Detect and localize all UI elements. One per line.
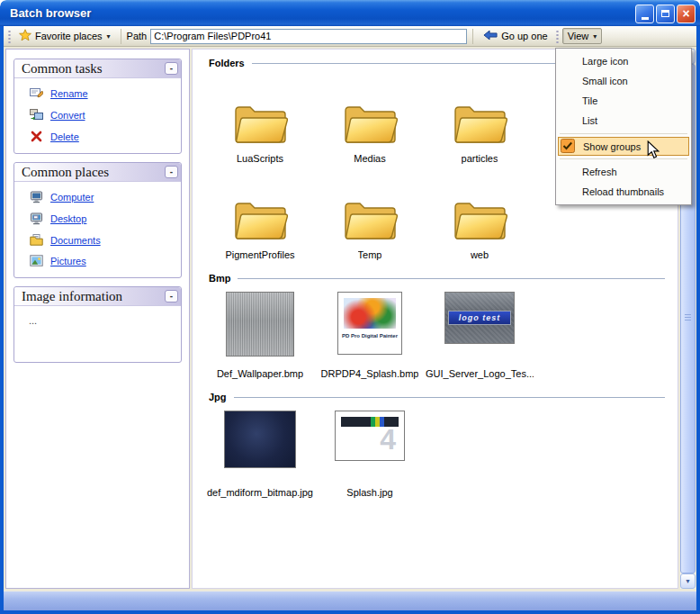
section-header: Image information- — [14, 287, 181, 306]
group-title: Folders — [209, 58, 245, 68]
folder-item-particles[interactable]: particles — [425, 77, 534, 164]
sidebar-item-label[interactable]: Documents — [50, 235, 101, 246]
window-title: Batch browser — [10, 6, 91, 20]
menu-item-label: Small icon — [582, 76, 628, 86]
menu-item-show-groups[interactable]: Show groups — [558, 137, 689, 156]
group-divider — [234, 397, 665, 398]
item-label: particles — [462, 153, 498, 164]
section-title: Common tasks — [22, 61, 103, 77]
path-input[interactable] — [150, 29, 467, 44]
minimize-button[interactable] — [635, 5, 654, 23]
thumbnail-text: PD Pro Digital Painter — [342, 333, 398, 339]
rename-icon — [29, 87, 43, 100]
toolbar: Favorite places ▾ Path Go up one View ▾ — [4, 26, 696, 47]
sidebar-item-label[interactable]: Rename — [50, 88, 88, 99]
view-button[interactable]: View ▾ — [562, 28, 603, 44]
toolbar-grip[interactable] — [8, 30, 11, 43]
sidebar-item-label[interactable]: Computer — [50, 192, 94, 203]
sidebar-item-computer[interactable]: Computer — [18, 191, 177, 203]
pictures-icon — [29, 255, 43, 266]
thumbnail: 4 — [335, 411, 405, 461]
file-item-def-mdiform-bitmap-jpg[interactable]: def_mdiform_bitmap.jpg — [205, 411, 315, 498]
file-item-gui-server-logo-tes[interactable]: logo testGUI_Server_Logo_Tes... — [425, 292, 534, 379]
go-up-one-button[interactable]: Go up one — [479, 28, 552, 44]
thumbnail-wrap — [205, 411, 315, 479]
sidebar-item-documents[interactable]: Documents — [18, 234, 177, 246]
convert-icon — [29, 109, 43, 122]
file-item-drpdp4-splash-bmp[interactable]: PD Pro Digital PainterDRPDP4_Splash.bmp — [315, 292, 425, 379]
view-label: View — [568, 31, 589, 41]
favorite-places-button[interactable]: Favorite places ▾ — [14, 27, 115, 45]
folder-item-medias[interactable]: Medias — [315, 77, 425, 164]
menu-separator — [560, 158, 687, 159]
left-arrow-icon — [483, 30, 498, 42]
collapse-button[interactable]: - — [165, 290, 178, 302]
group-header: Bmp — [209, 273, 665, 284]
section-header: Common tasks- — [14, 59, 181, 78]
group-jpg: Jpgdef_mdiform_bitmap.jpg4Splash.jpg — [205, 392, 670, 498]
item-label: DRPDP4_Splash.bmp — [321, 368, 419, 379]
thumbnail-wrap: logo test — [425, 292, 534, 360]
minimize-icon — [642, 17, 649, 20]
sidebar-item-label[interactable]: Pictures — [50, 256, 86, 266]
item-label: LuaScripts — [237, 153, 283, 164]
maximize-button[interactable] — [656, 5, 675, 23]
thumbnail — [226, 292, 294, 357]
file-item-def-wallpaper-bmp[interactable]: Def_Wallpaper.bmp — [205, 292, 315, 379]
sidebar-item-label[interactable]: Convert — [50, 110, 85, 121]
menu-item-list[interactable]: List — [557, 111, 690, 131]
splash-artwork — [344, 298, 396, 329]
item-label: Def_Wallpaper.bmp — [217, 368, 303, 379]
group-bmp: BmpDef_Wallpaper.bmpPD Pro Digital Paint… — [205, 273, 670, 379]
menu-item-small-icon[interactable]: Small icon — [557, 71, 690, 91]
titlebar[interactable]: Batch browser × — [0, 0, 700, 26]
thumbnail-text: 4 — [380, 423, 396, 456]
path-label: Path — [127, 31, 148, 41]
sidebar-item-desktop[interactable]: Desktop — [18, 212, 177, 225]
folder-icon — [315, 77, 425, 145]
collapse-button[interactable]: - — [165, 62, 178, 75]
scroll-down-button[interactable]: ▼ — [680, 573, 696, 589]
documents-icon — [29, 234, 43, 246]
sidebar-item-pictures[interactable]: Pictures — [18, 255, 177, 266]
sidebar-item-delete[interactable]: Delete — [18, 131, 177, 142]
folder-item-pigmentprofiles[interactable]: PigmentProfiles — [205, 173, 315, 260]
menu-item-label: Reload thumbnails — [582, 186, 664, 197]
thumbnail: PD Pro Digital Painter — [337, 292, 402, 355]
go-up-one-label: Go up one — [501, 31, 547, 41]
sidebar-item-label[interactable]: Delete — [50, 131, 79, 142]
menu-item-label: List — [582, 115, 597, 126]
sidebar-item-label[interactable]: Desktop — [50, 213, 86, 224]
item-label: def_mdiform_bitmap.jpg — [207, 487, 313, 498]
close-button[interactable]: × — [677, 5, 696, 23]
sidebar-item-rename[interactable]: Rename — [18, 87, 177, 100]
menu-item-tile[interactable]: Tile — [557, 91, 690, 111]
section-header: Common places- — [14, 163, 181, 182]
file-item-splash-jpg[interactable]: 4Splash.jpg — [315, 411, 425, 498]
thumbnail-wrap: PD Pro Digital Painter — [315, 292, 425, 360]
sidebar-item-convert[interactable]: Convert — [18, 109, 177, 122]
menu-item-reload-thumbnails[interactable]: Reload thumbnails — [557, 182, 690, 202]
toolbar-separator — [472, 29, 473, 44]
menu-separator — [560, 133, 687, 134]
thumbnail: logo test — [444, 292, 515, 344]
toolbar-grip[interactable] — [556, 30, 559, 43]
item-label: Splash.jpg — [346, 487, 392, 498]
scrollbar-grip-icon — [685, 314, 691, 322]
item-label: PigmentProfiles — [225, 249, 294, 260]
item-label: Temp — [358, 249, 382, 260]
delete-icon — [29, 131, 43, 142]
collapse-button[interactable]: - — [165, 166, 178, 178]
menu-item-label: Tile — [582, 95, 597, 106]
folder-item-temp[interactable]: Temp — [315, 173, 425, 260]
folder-icon — [315, 173, 425, 241]
group-divider — [238, 278, 665, 279]
status-bar — [4, 591, 696, 610]
menu-item-refresh[interactable]: Refresh — [557, 162, 690, 182]
folder-icon — [425, 77, 534, 145]
folder-item-web[interactable]: web — [425, 173, 534, 260]
menu-item-large-icon[interactable]: Large icon — [557, 51, 690, 71]
menu-item-label: Refresh — [582, 167, 617, 177]
folder-item-luascripts[interactable]: LuaScripts — [205, 77, 315, 164]
group-title: Jpg — [209, 392, 227, 402]
